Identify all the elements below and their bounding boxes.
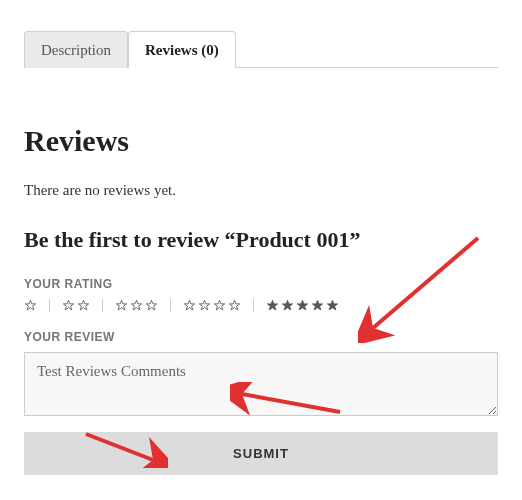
star-icon [198,299,211,312]
tab-reviews[interactable]: Reviews (0) [128,31,236,68]
no-reviews-text: There are no reviews yet. [24,182,498,199]
rating-label: YOUR RATING [24,277,498,291]
star-icon [296,299,309,312]
submit-button[interactable]: SUBMIT [24,432,498,475]
reviews-heading: Reviews [24,124,498,158]
rating-3-stars[interactable] [102,299,170,312]
star-icon [183,299,196,312]
rating-5-stars[interactable] [253,299,351,312]
tabs: Description Reviews (0) [24,30,498,68]
review-label: YOUR REVIEW [24,330,498,344]
star-icon [24,299,37,312]
star-icon [266,299,279,312]
tab-description[interactable]: Description [24,31,128,68]
star-icon [77,299,90,312]
star-icon [281,299,294,312]
review-textarea[interactable] [24,352,498,416]
rating-selector [24,299,498,312]
star-icon [213,299,226,312]
star-icon [326,299,339,312]
star-icon [228,299,241,312]
star-icon [115,299,128,312]
rating-4-stars[interactable] [170,299,253,312]
review-prompt: Be the first to review “Product 001” [24,227,498,253]
star-icon [145,299,158,312]
reviews-panel: Reviews There are no reviews yet. Be the… [24,68,498,475]
rating-1-stars[interactable] [24,299,49,312]
star-icon [311,299,324,312]
star-icon [130,299,143,312]
rating-2-stars[interactable] [49,299,102,312]
star-icon [62,299,75,312]
